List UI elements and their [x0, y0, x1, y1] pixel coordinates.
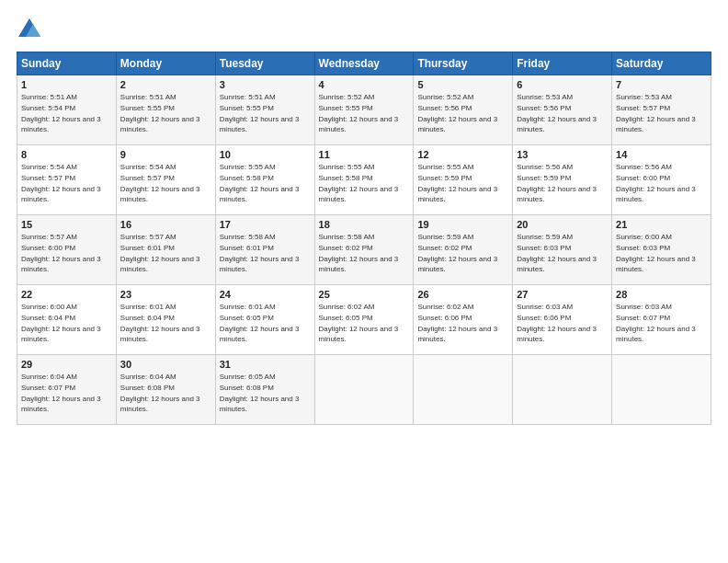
day-info: Sunrise: 6:02 AMSunset: 6:05 PMDaylight:…	[319, 303, 399, 343]
day-info: Sunrise: 5:52 AMSunset: 5:55 PMDaylight:…	[319, 93, 399, 133]
day-number: 10	[220, 149, 311, 160]
day-number: 5	[417, 79, 508, 90]
day-info: Sunrise: 5:59 AMSunset: 6:02 PMDaylight:…	[417, 233, 497, 273]
day-info: Sunrise: 6:00 AMSunset: 6:04 PMDaylight:…	[21, 303, 101, 343]
day-info: Sunrise: 5:57 AMSunset: 6:00 PMDaylight:…	[21, 233, 101, 273]
day-number: 20	[517, 219, 608, 230]
calendar-cell: 26 Sunrise: 6:02 AMSunset: 6:06 PMDaylig…	[414, 285, 513, 355]
day-number: 28	[616, 289, 707, 300]
day-info: Sunrise: 5:52 AMSunset: 5:56 PMDaylight:…	[417, 93, 497, 133]
day-number: 14	[616, 149, 707, 160]
day-number: 26	[417, 289, 508, 300]
day-number: 24	[220, 289, 311, 300]
header-day-monday: Monday	[116, 52, 215, 75]
day-number: 7	[616, 79, 707, 90]
header-day-sunday: Sunday	[17, 52, 117, 75]
week-row-2: 8 Sunrise: 5:54 AMSunset: 5:57 PMDayligh…	[17, 145, 711, 215]
day-info: Sunrise: 5:55 AMSunset: 5:59 PMDaylight:…	[417, 163, 497, 203]
header-day-saturday: Saturday	[612, 52, 711, 75]
header-day-thursday: Thursday	[414, 52, 513, 75]
calendar-cell: 27 Sunrise: 6:03 AMSunset: 6:06 PMDaylig…	[513, 285, 612, 355]
calendar-cell: 28 Sunrise: 6:03 AMSunset: 6:07 PMDaylig…	[612, 285, 711, 355]
day-number: 18	[319, 219, 410, 230]
day-info: Sunrise: 6:02 AMSunset: 6:06 PMDaylight:…	[417, 303, 497, 343]
day-info: Sunrise: 5:55 AMSunset: 5:58 PMDaylight:…	[220, 163, 300, 203]
week-row-1: 1 Sunrise: 5:51 AMSunset: 5:54 PMDayligh…	[17, 75, 711, 145]
day-number: 30	[120, 359, 211, 370]
day-number: 1	[21, 79, 112, 90]
day-info: Sunrise: 5:53 AMSunset: 5:56 PMDaylight:…	[517, 93, 597, 133]
week-row-4: 22 Sunrise: 6:00 AMSunset: 6:04 PMDaylig…	[17, 285, 711, 355]
calendar-header: SundayMondayTuesdayWednesdayThursdayFrid…	[17, 52, 711, 75]
header	[17, 17, 711, 42]
day-number: 11	[319, 149, 410, 160]
day-number: 4	[319, 79, 410, 90]
calendar-cell: 21 Sunrise: 6:00 AMSunset: 6:03 PMDaylig…	[612, 215, 711, 285]
calendar-cell: 22 Sunrise: 6:00 AMSunset: 6:04 PMDaylig…	[17, 285, 117, 355]
calendar-cell: 30 Sunrise: 6:04 AMSunset: 6:08 PMDaylig…	[116, 355, 215, 425]
calendar-cell: 15 Sunrise: 5:57 AMSunset: 6:00 PMDaylig…	[17, 215, 117, 285]
calendar-cell: 11 Sunrise: 5:55 AMSunset: 5:58 PMDaylig…	[314, 145, 414, 215]
day-info: Sunrise: 5:58 AMSunset: 6:02 PMDaylight:…	[319, 233, 399, 273]
header-row: SundayMondayTuesdayWednesdayThursdayFrid…	[17, 52, 711, 75]
day-number: 2	[120, 79, 211, 90]
day-info: Sunrise: 5:54 AMSunset: 5:57 PMDaylight:…	[120, 163, 200, 203]
day-info: Sunrise: 6:03 AMSunset: 6:06 PMDaylight:…	[517, 303, 597, 343]
calendar-cell: 13 Sunrise: 5:56 AMSunset: 5:59 PMDaylig…	[513, 145, 612, 215]
day-info: Sunrise: 5:54 AMSunset: 5:57 PMDaylight:…	[21, 163, 101, 203]
day-info: Sunrise: 6:03 AMSunset: 6:07 PMDaylight:…	[616, 303, 696, 343]
day-number: 31	[220, 359, 311, 370]
day-number: 8	[21, 149, 112, 160]
calendar-cell: 14 Sunrise: 5:56 AMSunset: 6:00 PMDaylig…	[612, 145, 711, 215]
day-number: 13	[517, 149, 608, 160]
day-info: Sunrise: 5:51 AMSunset: 5:54 PMDaylight:…	[21, 93, 101, 133]
day-number: 9	[120, 149, 211, 160]
header-day-friday: Friday	[513, 52, 612, 75]
calendar-cell: 1 Sunrise: 5:51 AMSunset: 5:54 PMDayligh…	[17, 75, 117, 145]
calendar-table: SundayMondayTuesdayWednesdayThursdayFrid…	[17, 52, 711, 425]
day-info: Sunrise: 6:00 AMSunset: 6:03 PMDaylight:…	[616, 233, 696, 273]
calendar-cell: 7 Sunrise: 5:53 AMSunset: 5:57 PMDayligh…	[612, 75, 711, 145]
day-number: 23	[120, 289, 211, 300]
calendar-cell: 8 Sunrise: 5:54 AMSunset: 5:57 PMDayligh…	[17, 145, 117, 215]
calendar-cell: 19 Sunrise: 5:59 AMSunset: 6:02 PMDaylig…	[414, 215, 513, 285]
day-info: Sunrise: 5:55 AMSunset: 5:58 PMDaylight:…	[319, 163, 399, 203]
day-number: 15	[21, 219, 112, 230]
day-number: 16	[120, 219, 211, 230]
calendar-body: 1 Sunrise: 5:51 AMSunset: 5:54 PMDayligh…	[17, 75, 711, 425]
calendar-cell: 3 Sunrise: 5:51 AMSunset: 5:55 PMDayligh…	[215, 75, 314, 145]
header-day-wednesday: Wednesday	[314, 52, 414, 75]
logo-icon	[17, 17, 42, 42]
day-number: 21	[616, 219, 707, 230]
day-info: Sunrise: 5:51 AMSunset: 5:55 PMDaylight:…	[220, 93, 300, 133]
calendar-cell: 23 Sunrise: 6:01 AMSunset: 6:04 PMDaylig…	[116, 285, 215, 355]
day-info: Sunrise: 5:56 AMSunset: 6:00 PMDaylight:…	[616, 163, 696, 203]
calendar-cell: 29 Sunrise: 6:04 AMSunset: 6:07 PMDaylig…	[17, 355, 117, 425]
day-number: 19	[417, 219, 508, 230]
day-info: Sunrise: 6:04 AMSunset: 6:07 PMDaylight:…	[21, 373, 101, 413]
calendar-cell: 20 Sunrise: 5:59 AMSunset: 6:03 PMDaylig…	[513, 215, 612, 285]
day-number: 17	[220, 219, 311, 230]
day-info: Sunrise: 6:04 AMSunset: 6:08 PMDaylight:…	[120, 373, 200, 413]
logo	[17, 17, 46, 42]
day-number: 6	[517, 79, 608, 90]
day-number: 12	[417, 149, 508, 160]
page: SundayMondayTuesdayWednesdayThursdayFrid…	[0, 0, 728, 563]
week-row-5: 29 Sunrise: 6:04 AMSunset: 6:07 PMDaylig…	[17, 355, 711, 425]
week-row-3: 15 Sunrise: 5:57 AMSunset: 6:00 PMDaylig…	[17, 215, 711, 285]
calendar-cell	[513, 355, 612, 425]
calendar-cell: 17 Sunrise: 5:58 AMSunset: 6:01 PMDaylig…	[215, 215, 314, 285]
day-number: 27	[517, 289, 608, 300]
calendar-cell	[314, 355, 414, 425]
calendar-cell	[414, 355, 513, 425]
calendar-cell: 6 Sunrise: 5:53 AMSunset: 5:56 PMDayligh…	[513, 75, 612, 145]
day-info: Sunrise: 5:59 AMSunset: 6:03 PMDaylight:…	[517, 233, 597, 273]
day-number: 25	[319, 289, 410, 300]
day-number: 22	[21, 289, 112, 300]
calendar-cell	[612, 355, 711, 425]
day-info: Sunrise: 5:51 AMSunset: 5:55 PMDaylight:…	[120, 93, 200, 133]
day-info: Sunrise: 6:01 AMSunset: 6:04 PMDaylight:…	[120, 303, 200, 343]
calendar-cell: 25 Sunrise: 6:02 AMSunset: 6:05 PMDaylig…	[314, 285, 414, 355]
calendar-cell: 5 Sunrise: 5:52 AMSunset: 5:56 PMDayligh…	[414, 75, 513, 145]
day-number: 3	[220, 79, 311, 90]
